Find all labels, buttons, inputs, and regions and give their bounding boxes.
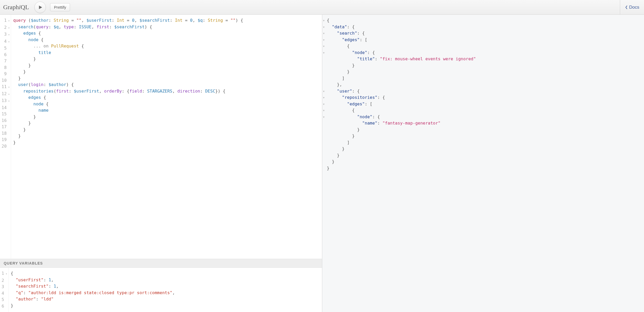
query-editor[interactable]: 1▾2▾3▾4▾567891011▾12▾13▾14151617181920 q… [0,15,322,259]
play-icon [38,5,42,9]
logo-text-i: i [19,4,21,10]
query-code[interactable]: query ($author: String = "", $userFirst:… [11,15,322,259]
docs-button[interactable]: Docs [620,0,644,14]
result-code: { "data": { "search": { "edges": [ { "no… [322,15,644,174]
variables-header[interactable]: QUERY VARIABLES [0,259,322,268]
chevron-left-icon [625,5,628,9]
variables-code[interactable]: { "userFirst": 1, "searchFirst": 1, "q":… [9,268,322,312]
main-area: 1▾2▾3▾4▾567891011▾12▾13▾14151617181920 q… [0,15,644,312]
query-gutter: 1▾2▾3▾4▾567891011▾12▾13▾14151617181920 [0,15,11,259]
logo-text-pre: Graph [3,4,19,10]
prettify-button[interactable]: Prettify [50,3,70,11]
toolbar: GraphiQL Prettify Docs [0,0,644,15]
result-pane: ▾▾▾▾▾▾ ▾▾▾▾▾ { "data": { "search": { "ed… [322,15,644,312]
logo-text-post: QL [21,4,29,10]
graphiql-logo: GraphiQL [3,4,29,11]
execute-button[interactable] [34,2,46,13]
result-gutter: ▾▾▾▾▾▾ ▾▾▾▾▾ [322,17,325,171]
left-pane: 1▾2▾3▾4▾567891011▾12▾13▾14151617181920 q… [0,15,322,312]
variables-gutter: 1▾23456 [0,268,9,312]
variables-editor[interactable]: 1▾23456 { "userFirst": 1, "searchFirst":… [0,268,322,312]
docs-label: Docs [629,5,639,10]
